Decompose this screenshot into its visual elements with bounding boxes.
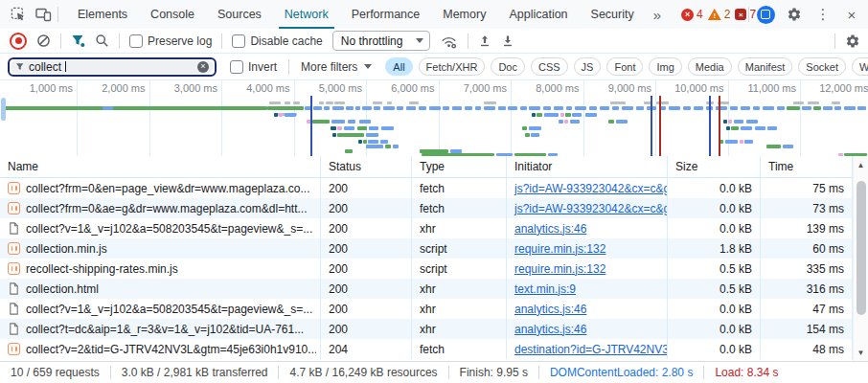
network-conditions-icon[interactable]	[440, 34, 458, 49]
filter-chip-socket[interactable]: Socket	[798, 57, 846, 76]
request-row[interactable]: collect?v=2&tid=G-JTRV42NV3L&gtm=45je63i…	[0, 339, 853, 359]
waterfall-bar	[452, 106, 462, 110]
waterfall-bar	[612, 106, 619, 110]
initiator-link[interactable]: destination?id=G-JTRV42NV3L	[514, 343, 668, 356]
page-event-line	[310, 96, 312, 157]
filter-chip-doc[interactable]: Doc	[491, 57, 525, 76]
request-row[interactable]: collect?frm=0&en=page_view&dr=www.magepl…	[0, 178, 853, 198]
request-name-cell: collect?v=1&_v=j102&a=508203545&t=pagevi…	[0, 299, 321, 319]
filter-chip-fetch-xhr[interactable]: Fetch/XHR	[419, 57, 486, 76]
timeline-ruler[interactable]: 1,000 ms2,000 ms3,000 ms4,000 ms5,000 ms…	[0, 80, 868, 97]
toolbar-divider	[288, 59, 289, 75]
toolbar-divider	[221, 34, 222, 49]
column-header-status[interactable]: Status	[321, 156, 412, 177]
initiator-link[interactable]: analytics.js:46	[514, 222, 586, 236]
column-header-name[interactable]: Name	[0, 156, 321, 177]
filter-chip-manifest[interactable]: Manifest	[738, 57, 793, 76]
initiator-link[interactable]: text.min.js:9	[514, 282, 576, 296]
close-devtools-icon[interactable]: ×	[839, 2, 864, 27]
request-row[interactable]: collect?v=1&_v=j102&a=508203545&t=pagevi…	[0, 218, 853, 238]
waterfall-bar	[274, 113, 278, 117]
column-header-size[interactable]: Size	[668, 156, 761, 177]
filter-chip-font[interactable]: Font	[606, 57, 643, 76]
errors-badge[interactable]: × 4	[681, 8, 703, 21]
initiator-link[interactable]: require.min.js:132	[514, 262, 605, 276]
waterfall-bar	[656, 101, 669, 104]
request-row[interactable]: collect?t=dc&aip=1&_r=3&v=1&_v=j102&tid=…	[0, 319, 853, 339]
request-row[interactable]: collection.min.js200scriptrequire.min.js…	[0, 238, 853, 259]
request-initiator-cell: analytics.js:46	[507, 218, 668, 238]
page-event-line	[709, 96, 711, 157]
toolbar-divider	[748, 7, 749, 22]
initiator-link[interactable]: js?id=AW-933923042&cx=c&g	[514, 182, 668, 195]
network-settings-gear-icon[interactable]	[845, 34, 860, 49]
request-name-cell: collect?v=1&_v=j102&a=508203545&t=pagevi…	[0, 218, 321, 238]
tab-performance[interactable]: Performance	[340, 0, 432, 29]
throttling-select[interactable]: No throttling	[332, 31, 431, 51]
panel-tabs: ElementsConsoleSourcesNetworkPerformance…	[66, 0, 646, 29]
kebab-menu-icon[interactable]: ⋮	[811, 2, 835, 27]
scroll-up-arrow-icon[interactable]: ▲	[854, 158, 868, 171]
filter-chip-media[interactable]: Media	[688, 57, 732, 76]
request-status-cell: 200	[321, 238, 412, 259]
scrollbar-thumb[interactable]	[857, 181, 866, 315]
filter-chip-js[interactable]: JS	[574, 57, 602, 76]
waterfall-bar	[332, 106, 344, 110]
tab-sources[interactable]: Sources	[206, 0, 273, 29]
initiator-link[interactable]: js?id=AW-933923042&cx=c&g	[514, 202, 668, 215]
clear-filter-icon[interactable]: ×	[197, 61, 209, 73]
filter-chip-img[interactable]: Img	[649, 57, 681, 76]
warnings-badge[interactable]: ! 2	[708, 8, 731, 21]
tab-console[interactable]: Console	[139, 0, 206, 29]
more-tabs-button[interactable]: »	[646, 7, 668, 23]
request-row[interactable]: collect?v=1&_v=j102&a=508203545&t=pagevi…	[0, 299, 853, 319]
status-bar-segment: 4.7 kB / 16,249 kB resources	[278, 366, 447, 379]
import-har-icon[interactable]	[478, 34, 491, 48]
waterfall-bar	[385, 145, 391, 148]
tab-security[interactable]: Security	[580, 0, 646, 29]
record-network-log-button[interactable]	[10, 33, 27, 50]
blue-circle-icon[interactable]	[753, 2, 778, 27]
filter-chip-wasm[interactable]: Wasm	[852, 57, 868, 76]
more-filters-button[interactable]: More filters	[301, 60, 372, 74]
scroll-down-arrow-icon[interactable]: ▼	[854, 346, 868, 359]
inspect-element-icon[interactable]	[6, 2, 31, 27]
column-header-initiator[interactable]: Initiator	[507, 156, 668, 177]
tab-network[interactable]: Network	[273, 0, 340, 29]
device-toolbar-icon[interactable]	[31, 2, 56, 27]
vertical-scrollbar[interactable]: ▲ ▼	[853, 156, 868, 361]
overview-scroll-handle[interactable]	[1, 98, 6, 121]
waterfall-bar	[537, 113, 542, 117]
tab-application[interactable]: Application	[497, 0, 579, 29]
settings-gear-icon[interactable]	[782, 2, 807, 27]
clear-network-log-icon[interactable]	[36, 34, 51, 48]
search-icon[interactable]	[95, 34, 109, 48]
filter-toggle-icon[interactable]	[71, 34, 85, 48]
initiator-link[interactable]: analytics.js:46	[514, 323, 586, 336]
waterfall-bar	[844, 106, 856, 110]
request-row[interactable]: collection.html200xhrtext.min.js:90.5 kB…	[0, 279, 853, 299]
overview-gridline	[511, 96, 512, 156]
network-overview-waterfall[interactable]	[0, 96, 868, 157]
filter-chip-all[interactable]: All	[385, 57, 412, 76]
initiator-link[interactable]: require.min.js:132	[514, 242, 605, 256]
invert-checkbox[interactable]: Invert	[230, 60, 277, 74]
waterfall-bar	[694, 106, 703, 110]
request-row[interactable]: recollect-shipping-rates.min.js200script…	[0, 259, 853, 279]
initiator-link[interactable]: analytics.js:46	[514, 303, 586, 316]
waterfall-bar	[393, 145, 399, 148]
waterfall-bar	[725, 140, 738, 144]
filter-chip-css[interactable]: CSS	[531, 57, 568, 76]
filter-input[interactable]: collect ×	[8, 57, 217, 77]
export-har-icon[interactable]	[501, 34, 514, 48]
waterfall-bar	[683, 106, 691, 110]
column-header-time[interactable]: Time	[761, 156, 853, 177]
tab-memory[interactable]: Memory	[431, 0, 497, 29]
request-name: collection.min.js	[26, 242, 107, 256]
preserve-log-checkbox[interactable]: Preserve log	[129, 34, 212, 48]
column-header-type[interactable]: Type	[412, 156, 507, 177]
request-row[interactable]: collect?frm=0&ae=g&dr=www.mageplaza.com&…	[0, 198, 853, 218]
tab-elements[interactable]: Elements	[66, 0, 139, 29]
disable-cache-checkbox[interactable]: Disable cache	[232, 34, 322, 48]
more-filters-label: More filters	[301, 60, 357, 74]
